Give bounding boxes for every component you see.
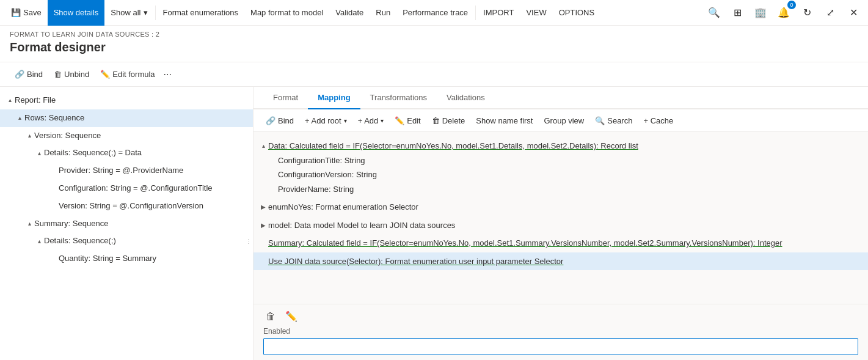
- run-button[interactable]: Run: [370, 0, 396, 26]
- tab-transformations[interactable]: Transformations: [360, 87, 437, 109]
- map-format-button[interactable]: Map format to model: [244, 0, 329, 26]
- arrow-summary-seq: ▴: [24, 219, 34, 229]
- drag-handle[interactable]: ⋮⋮: [246, 237, 250, 246]
- left-panel: ▴ Report: File ▴ Rows: Sequence ▴ Versio…: [0, 87, 253, 360]
- enabled-input[interactable]: [263, 338, 858, 355]
- mapping-toolbar: 🔗 Bind + Add root + Add ✏️ Edit 🗑 Delete…: [253, 109, 868, 132]
- tree-item-configuration[interactable]: Configuration: String = @.ConfigurationT…: [0, 180, 253, 197]
- delete-button[interactable]: 🗑 Delete: [427, 112, 470, 129]
- pencil2-icon: ✏️: [395, 116, 404, 125]
- tree-item-provider[interactable]: Provider: String = @.ProviderName: [0, 162, 253, 180]
- arrow-rows: ▴: [15, 113, 24, 123]
- arrow-data-calc: ▴: [258, 141, 268, 150]
- tab-validations[interactable]: Validations: [437, 87, 495, 109]
- page-header: FORMAT TO LEARN JOIN DATA SOURCES : 2 Fo…: [0, 26, 868, 62]
- arrow-details2: ▴: [34, 237, 44, 246]
- office-icon-button[interactable]: 🏢: [751, 3, 770, 23]
- bind-toolbar-button[interactable]: 🔗 Bind: [10, 65, 48, 84]
- refresh-button[interactable]: ↻: [797, 3, 817, 23]
- arrow-details1: ▴: [34, 149, 44, 158]
- show-name-first-button[interactable]: Show name first: [471, 112, 538, 129]
- data-item-summary-calc[interactable]: Summary: Calculated field = IF(Selector=…: [253, 234, 868, 252]
- breadcrumb: FORMAT TO LEARN JOIN DATA SOURCES : 2: [10, 31, 858, 38]
- performance-trace-button[interactable]: Performance trace: [396, 0, 474, 26]
- view-button[interactable]: VIEW: [520, 0, 552, 26]
- options-button[interactable]: OPTIONS: [553, 0, 601, 26]
- edit-map-button[interactable]: ✏️ Edit: [390, 112, 425, 129]
- more-options-button[interactable]: ···: [161, 65, 174, 84]
- page-title: Format designer: [10, 40, 858, 54]
- top-nav: 💾 Save Show details Show all ▾ Format en…: [0, 0, 868, 26]
- tree-item-version-seq[interactable]: ▴ Version: Sequence: [0, 127, 253, 145]
- data-item-use-join[interactable]: Use JOIN data source(Selector): Format e…: [253, 252, 868, 271]
- edit-bottom-button[interactable]: ✏️: [283, 309, 300, 323]
- right-panel: Format Mapping Transformations Validatio…: [253, 87, 868, 360]
- cache-button[interactable]: + Cache: [638, 112, 678, 129]
- tab-mapping[interactable]: Mapping: [308, 87, 360, 109]
- tree-item-quantity[interactable]: Quantity: String = Summary: [0, 250, 253, 268]
- delete-bottom-button[interactable]: 🗑: [263, 310, 278, 323]
- nav-right: 🔍 ⊞ 🏢 🔔 0 ↻ ⤢ ✕: [704, 3, 863, 23]
- edit-formula-button[interactable]: ✏️ Edit formula: [95, 65, 159, 84]
- separator-1: [155, 6, 156, 20]
- unbind-icon: 🗑: [54, 70, 62, 79]
- group-view-button[interactable]: Group view: [539, 112, 589, 129]
- pencil-icon: ✏️: [100, 70, 110, 79]
- bottom-section: 🗑 ✏️ Enabled: [253, 304, 868, 360]
- tab-format[interactable]: Format: [263, 87, 308, 109]
- data-item-model[interactable]: ▶ model: Data model Model to learn JOIN …: [253, 216, 868, 235]
- main-content: ▴ Report: File ▴ Rows: Sequence ▴ Versio…: [0, 87, 868, 360]
- arrow-report: ▴: [5, 95, 15, 105]
- link-icon: 🔗: [15, 70, 24, 79]
- search-nav-button[interactable]: 🔍: [704, 3, 724, 23]
- data-item-calc[interactable]: ▴ Data: Calculated field = IF(Selector=e…: [253, 137, 868, 198]
- import-button[interactable]: IMPORT: [477, 0, 520, 26]
- arrow-enum: ▶: [258, 202, 268, 211]
- notification-badge: 🔔 0: [774, 3, 793, 23]
- link2-icon: 🔗: [266, 116, 275, 125]
- close-button[interactable]: ✕: [844, 3, 863, 23]
- save-button[interactable]: 💾 Save: [5, 0, 48, 26]
- tree-item-summary-seq[interactable]: ▴ Summary: Sequence: [0, 215, 253, 233]
- grid-icon-button[interactable]: ⊞: [728, 3, 747, 23]
- data-item-enum[interactable]: ▶ enumNoYes: Format enumeration Selector: [253, 198, 868, 216]
- tree-item-details1[interactable]: ▴ Details: Sequence(;) = Data: [0, 144, 253, 162]
- data-tree: ▴ Data: Calculated field = IF(Selector=e…: [253, 132, 868, 304]
- arrow-version-seq: ▴: [24, 131, 34, 141]
- validate-button[interactable]: Validate: [329, 0, 370, 26]
- bottom-icons: 🗑 ✏️: [263, 309, 858, 323]
- unbind-toolbar-button[interactable]: 🗑 Unbind: [49, 65, 94, 84]
- arrow-model: ▶: [258, 221, 268, 230]
- search-map-button[interactable]: 🔍 Search: [590, 112, 637, 129]
- add-button[interactable]: + Add: [353, 112, 389, 129]
- separator-2: [475, 6, 476, 20]
- show-all-button[interactable]: Show all ▾: [104, 0, 153, 26]
- bind-map-button[interactable]: 🔗 Bind: [261, 112, 299, 129]
- tree-item-version-str[interactable]: Version: String = @.ConfigurationVersion: [0, 197, 253, 215]
- format-enumerations-button[interactable]: Format enumerations: [157, 0, 245, 26]
- toolbar: 🔗 Bind 🗑 Unbind ✏️ Edit formula ···: [0, 62, 868, 87]
- tree-item-rows[interactable]: ▴ Rows: Sequence: [0, 109, 253, 127]
- trash-icon: 🗑: [432, 116, 440, 125]
- save-icon: 💾: [11, 8, 21, 17]
- chevron-down-icon: ▾: [144, 8, 148, 17]
- add-root-button[interactable]: + Add root: [300, 112, 352, 129]
- tree-item-report[interactable]: ▴ Report: File: [0, 92, 253, 109]
- search-icon: 🔍: [595, 116, 605, 125]
- tree-item-details2[interactable]: ▴ Details: Sequence(;) ⋮⋮: [0, 232, 253, 250]
- data-sub-items: ConfigurationTitle: String Configuration…: [253, 153, 868, 197]
- enabled-label: Enabled: [263, 327, 858, 336]
- expand-button[interactable]: ⤢: [820, 3, 840, 23]
- tabs: Format Mapping Transformations Validatio…: [253, 87, 868, 109]
- show-details-button[interactable]: Show details: [48, 0, 105, 26]
